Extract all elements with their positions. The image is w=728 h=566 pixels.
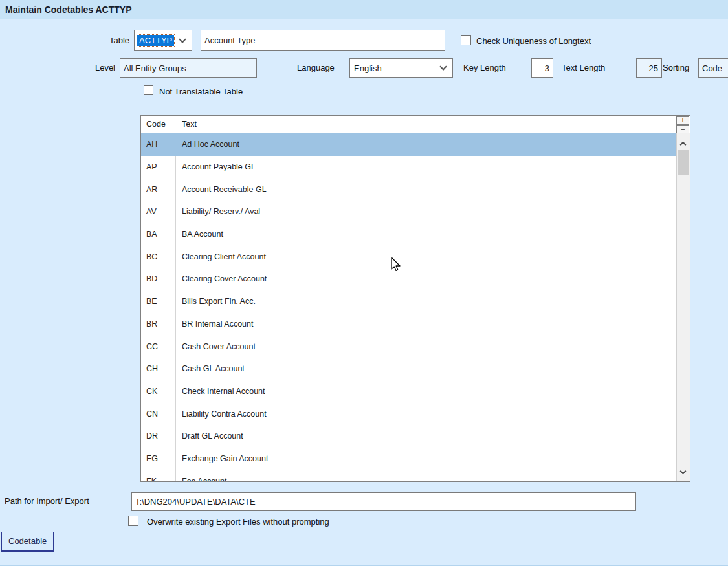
tab-codetable[interactable]: Codetable xyxy=(1,532,54,552)
row-code: BD xyxy=(141,274,175,283)
text-length-field: 25 xyxy=(636,58,662,78)
row-text: Clearing Cover Account xyxy=(175,274,267,283)
vertical-scrollbar[interactable] xyxy=(676,133,690,481)
scrollbar-thumb[interactable] xyxy=(678,150,689,175)
table-row[interactable]: ARAccount Receivable GL xyxy=(141,178,676,201)
row-text: BA Account xyxy=(175,230,223,239)
window-title-bar: Maintain Codetables ACTTYP xyxy=(0,0,728,19)
add-row-button[interactable]: + xyxy=(676,116,689,125)
row-code: CC xyxy=(141,342,175,351)
table-row[interactable]: CNLiability Contra Account xyxy=(141,402,676,425)
table-row[interactable]: BEBills Export Fin. Acc. xyxy=(141,290,676,313)
row-code: AP xyxy=(141,162,175,171)
grid-body: AHAd Hoc AccountAPAccount Payable GLARAc… xyxy=(141,133,676,481)
path-label: Path for Import/ Export xyxy=(5,496,89,506)
row-text: Bills Export Fin. Acc. xyxy=(175,297,256,306)
level-field: All Entity Groups xyxy=(120,58,257,78)
table-row[interactable]: APAccount Payable GL xyxy=(141,156,676,179)
grid-header-code: Code xyxy=(141,120,175,129)
text-length-label: Text Length xyxy=(562,63,605,72)
table-row[interactable]: BDClearing Cover Account xyxy=(141,268,676,290)
table-label: Table xyxy=(78,36,129,45)
maintain-codetables-window: Maintain Codetables ACTTYP Table ACTTYP … xyxy=(0,0,728,566)
table-row[interactable]: CKCheck Internal Account xyxy=(141,380,676,403)
not-translatable-label: Not Translatable Table xyxy=(159,87,243,96)
row-code: DR xyxy=(141,431,175,441)
check-uniqueness-label: Check Uniqueness of Longtext xyxy=(476,36,591,46)
row-text: Ad Hoc Account xyxy=(175,140,239,149)
level-label: Level xyxy=(63,63,115,72)
table-row[interactable]: EGExchange Gain Account xyxy=(141,448,676,470)
sorting-label: Sorting xyxy=(663,63,689,72)
table-row[interactable]: BABA Account xyxy=(141,223,676,246)
row-text: Check Internal Account xyxy=(175,387,265,396)
row-code: CK xyxy=(141,387,175,396)
row-code: BA xyxy=(141,230,175,239)
row-code: AV xyxy=(141,207,175,216)
sorting-field: Code xyxy=(698,58,728,78)
chevron-down-icon xyxy=(439,63,447,70)
row-text: Cash Cover Account xyxy=(175,342,256,351)
table-row[interactable]: CHCash GL Account xyxy=(141,358,676,380)
codetable-grid: Code Text + − AHAd Hoc AccountAPAccount … xyxy=(140,115,690,482)
check-uniqueness-checkbox[interactable] xyxy=(461,35,471,45)
overwrite-label: Overwrite existing Export Files without … xyxy=(147,517,329,527)
table-row[interactable]: BRBR Internal Account xyxy=(141,313,676,336)
key-length-label: Key Length xyxy=(463,63,506,72)
row-code: FK xyxy=(141,477,175,481)
row-text: Account Receivable GL xyxy=(175,185,267,194)
row-code: BE xyxy=(141,297,175,306)
row-code: BC xyxy=(141,252,175,261)
table-row[interactable]: CCCash Cover Account xyxy=(141,335,676,358)
language-label: Language xyxy=(297,63,335,72)
grid-header: Code Text xyxy=(141,116,676,133)
tab-strip-divider xyxy=(0,532,728,532)
page-title: Maintain Codetables ACTTYP xyxy=(5,5,132,15)
chevron-down-icon xyxy=(179,36,186,43)
table-row[interactable]: AHAd Hoc Account xyxy=(141,133,676,156)
row-code: EG xyxy=(141,454,175,463)
row-text: BR Internal Account xyxy=(175,320,253,329)
language-combobox-value: English xyxy=(353,63,383,74)
row-text: Liability Contra Account xyxy=(175,409,267,419)
row-text: Clearing Client Account xyxy=(175,252,266,261)
overwrite-checkbox[interactable] xyxy=(128,516,138,526)
scroll-down-icon[interactable] xyxy=(680,468,687,475)
row-code: CN xyxy=(141,409,175,419)
language-combobox[interactable]: English xyxy=(349,58,453,78)
row-text: Cash GL Account xyxy=(175,364,245,373)
row-text: Exchange Gain Account xyxy=(175,454,268,463)
table-row[interactable]: AVLiability/ Reserv./ Aval xyxy=(141,201,676,223)
table-row[interactable]: DRDraft GL Account xyxy=(141,425,676,448)
row-code: AH xyxy=(141,140,175,149)
key-length-field: 3 xyxy=(531,58,553,78)
row-text: Draft GL Account xyxy=(175,431,243,441)
row-text: Account Payable GL xyxy=(175,162,256,171)
row-text: Fee Account xyxy=(175,477,227,481)
row-text: Liability/ Reserv./ Aval xyxy=(175,207,260,216)
table-longtext-field[interactable]: Account Type xyxy=(201,30,445,51)
grid-row-buttons: + − xyxy=(676,116,690,134)
table-combobox[interactable]: ACTTYP xyxy=(134,30,192,51)
row-code: AR xyxy=(141,185,175,194)
row-code: BR xyxy=(141,320,175,329)
row-code: CH xyxy=(141,364,175,373)
grid-header-text: Text xyxy=(175,120,197,129)
table-row[interactable]: BCClearing Client Account xyxy=(141,245,676,268)
table-row[interactable]: FKFee Account xyxy=(141,470,676,481)
path-input[interactable]: T:\DNG204\UPDATE\DATA\CTE xyxy=(131,492,636,511)
scroll-up-icon[interactable] xyxy=(680,142,687,148)
table-combobox-value: ACTTYP xyxy=(137,35,174,46)
not-translatable-checkbox[interactable] xyxy=(144,85,153,95)
